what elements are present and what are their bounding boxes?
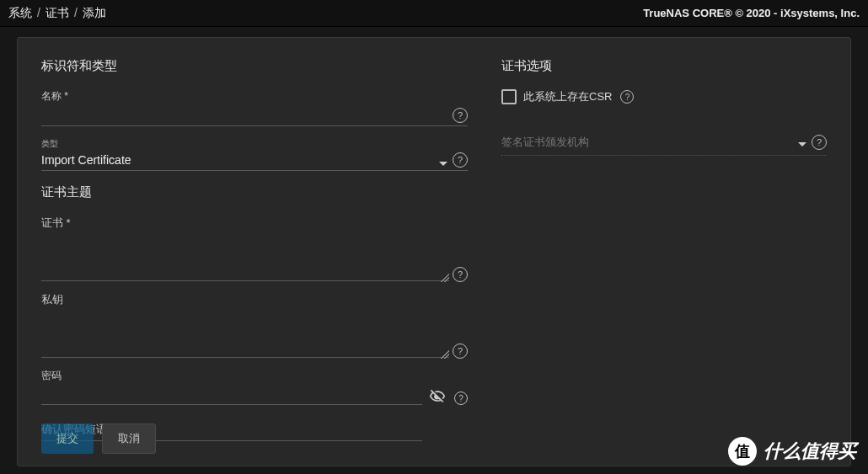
button-row: 提交 取消 [41,423,156,454]
csr-checkbox[interactable] [501,89,517,104]
password-input[interactable] [41,385,422,405]
certificate-textarea[interactable] [41,242,449,281]
help-icon[interactable]: ? [453,108,468,123]
private-key-label: 私钥 [41,292,468,307]
type-select[interactable]: Import Certificate [41,150,468,171]
form-panel: 标识符和类型 名称 * ? 类型 Import Certificate ? 证书… [17,37,851,466]
cert-options-title: 证书选项 [501,58,827,74]
submit-button[interactable]: 提交 [41,423,94,454]
chevron-down-icon [439,162,447,166]
help-icon[interactable]: ? [453,152,468,168]
help-icon[interactable]: ? [453,267,468,282]
copyright-text: TrueNAS CORE® © 2020 - iXsystems, Inc. [643,7,860,19]
password-label: 密码 [41,369,422,383]
visibility-off-icon[interactable] [429,388,446,405]
breadcrumb-certificates[interactable]: 证书 [46,6,69,21]
name-label: 名称 * [41,89,468,104]
private-key-textarea[interactable] [41,319,449,358]
breadcrumb-add: 添加 [83,6,106,21]
certificate-label: 证书 * [41,216,468,231]
help-icon[interactable]: ? [620,90,634,104]
resize-handle-icon[interactable] [441,350,449,359]
breadcrumb-sep: / [37,6,40,21]
csr-label: 此系统上存在CSR [523,89,612,104]
help-icon[interactable]: ? [454,391,468,405]
top-bar: 系统 / 证书 / 添加 TrueNAS CORE® © 2020 - iXsy… [0,0,868,27]
identifier-type-title: 标识符和类型 [41,58,468,74]
type-label: 类型 [41,138,468,150]
chevron-down-icon [798,142,806,146]
help-icon[interactable]: ? [453,344,468,359]
left-column: 标识符和类型 名称 * ? 类型 Import Certificate ? 证书… [41,58,468,441]
help-icon[interactable]: ? [812,135,827,150]
right-column: 证书选项 此系统上存在CSR ? 签名证书颁发机构 ? [501,58,827,441]
signing-ca-select[interactable]: 签名证书颁发机构 ? [501,130,827,156]
cancel-button[interactable]: 取消 [102,423,156,454]
resize-handle-icon[interactable] [441,274,449,282]
breadcrumb-sep: / [74,6,78,21]
name-input[interactable] [41,105,468,126]
breadcrumb: 系统 / 证书 / 添加 [8,6,106,21]
signing-ca-placeholder: 签名证书颁发机构 [501,136,589,148]
breadcrumb-system[interactable]: 系统 [8,6,32,21]
cert-subject-title: 证书主题 [41,184,468,200]
